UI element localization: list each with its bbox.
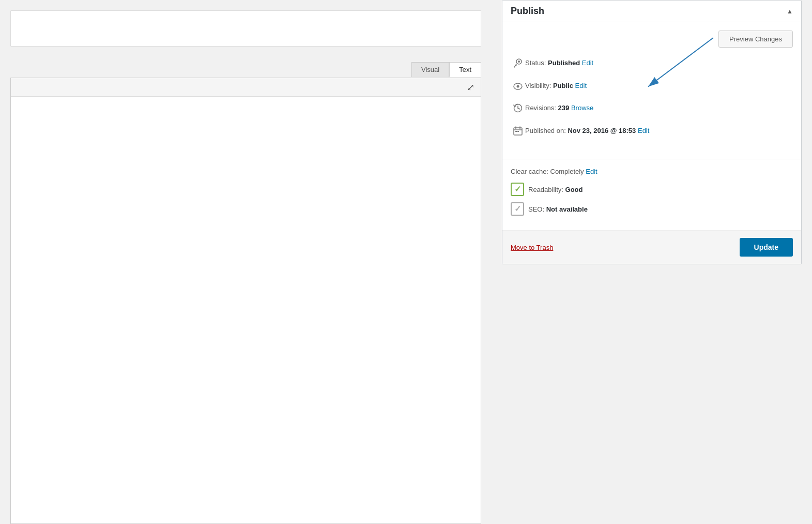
published-on-row: Published on: Nov 23, 2016 @ 18:53 Edit <box>511 126 793 139</box>
revisions-icon <box>511 103 525 116</box>
preview-btn-row: Preview Changes <box>511 31 793 48</box>
collapse-icon[interactable]: ▲ <box>787 8 793 15</box>
editor-tabs: Visual Text <box>411 62 481 77</box>
publish-footer: Move to Trash Update <box>502 230 801 264</box>
status-edit-link[interactable]: Edit <box>582 59 593 67</box>
publish-header: Publish ▲ <box>502 1 801 22</box>
publish-body-inner: Preview Changes Status: Publ <box>511 31 793 139</box>
divider <box>502 159 801 159</box>
update-button[interactable]: Update <box>740 238 793 257</box>
published-on-label: Published on: <box>525 127 568 134</box>
svg-rect-15 <box>515 131 517 132</box>
revisions-text: Revisions: 239 Browse <box>525 103 793 113</box>
visibility-edit-link[interactable]: Edit <box>575 82 587 89</box>
visibility-value: Public <box>553 82 573 89</box>
post-title-input[interactable] <box>10 10 481 47</box>
publish-title: Publish <box>511 6 544 17</box>
visibility-label: Visibility: <box>525 82 553 89</box>
move-to-trash-link[interactable]: Move to Trash <box>511 244 553 251</box>
seo-text: SEO: Not available <box>528 205 588 213</box>
seo-label: SEO: <box>528 205 546 213</box>
editor-toolbar: ⤢ <box>11 78 481 97</box>
tab-visual[interactable]: Visual <box>411 62 449 77</box>
readability-text: Readability: Good <box>528 186 583 193</box>
seo-row: ✓ SEO: Not available <box>511 202 793 216</box>
seo-value: Not available <box>546 205 588 213</box>
seo-icon: ✓ <box>511 202 524 216</box>
readability-label: Readability: <box>528 186 565 193</box>
svg-point-7 <box>517 85 519 88</box>
readability-value: Good <box>565 186 583 193</box>
publish-box: Publish ▲ Preview Changes <box>502 0 802 264</box>
preview-changes-button[interactable]: Preview Changes <box>718 31 793 48</box>
status-value: Published <box>548 59 580 67</box>
tab-text[interactable]: Text <box>449 62 481 77</box>
svg-rect-16 <box>517 131 519 132</box>
published-on-text: Published on: Nov 23, 2016 @ 18:53 Edit <box>525 126 793 136</box>
cache-edit-link[interactable]: Edit <box>586 168 597 175</box>
sidebar: Publish ▲ Preview Changes <box>492 0 812 524</box>
published-on-edit-link[interactable]: Edit <box>638 127 649 134</box>
visibility-icon <box>511 81 525 94</box>
readability-icon: ✓ <box>511 183 524 196</box>
published-on-value: Nov 23, 2016 @ 18:53 <box>568 127 636 134</box>
status-icon <box>511 58 525 71</box>
svg-point-3 <box>518 61 520 63</box>
revisions-browse-link[interactable]: Browse <box>571 104 593 112</box>
extra-meta: Clear cache: Completely Edit ✓ Readabili… <box>502 168 801 230</box>
readability-row: ✓ Readability: Good <box>511 183 793 196</box>
svg-line-10 <box>518 108 520 109</box>
editor-content[interactable]: ⤢ <box>10 78 481 524</box>
revisions-label: Revisions: <box>525 104 558 112</box>
visibility-text: Visibility: Public Edit <box>525 81 793 91</box>
revisions-value: 239 <box>558 104 570 112</box>
cache-row: Clear cache: Completely Edit <box>511 168 793 175</box>
fullscreen-icon[interactable]: ⤢ <box>467 82 474 93</box>
visibility-row: Visibility: Public Edit <box>511 81 793 94</box>
status-text: Status: Published Edit <box>525 58 793 68</box>
revisions-row: Revisions: 239 Browse <box>511 103 793 116</box>
publish-body: Preview Changes Status: Publ <box>502 22 801 157</box>
status-label: Status: <box>525 59 548 67</box>
calendar-icon <box>511 126 525 139</box>
status-row: Status: Published Edit <box>511 58 793 71</box>
cache-label: Clear cache: Completely <box>511 168 584 175</box>
